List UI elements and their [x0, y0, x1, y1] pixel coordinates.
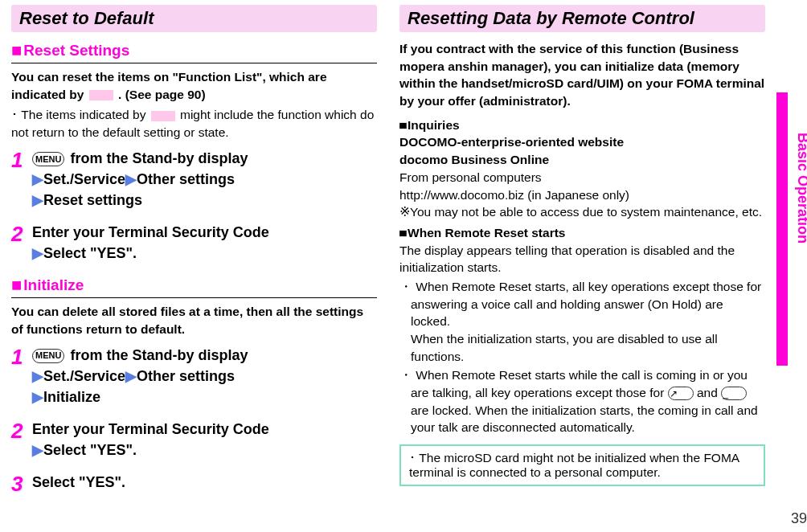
reset-intro: You can reset the items on "Function Lis…: [11, 68, 377, 103]
step-number: 1: [11, 345, 32, 407]
txt-a: Enter your Terminal Security Code: [32, 224, 269, 240]
bullet2-b: are locked. When the initialization star…: [411, 403, 758, 435]
highlight-box-icon: [151, 111, 175, 121]
step-number: 2: [11, 419, 32, 460]
txt-d: Reset settings: [43, 192, 142, 208]
bullet-mark: ・: [399, 280, 412, 293]
chevron-icon: ▶: [32, 442, 43, 458]
step-text: Enter your Terminal Security Code ▶Selec…: [32, 419, 377, 460]
square-marker-icon: ■: [11, 40, 22, 61]
call-key-icon: ↗: [668, 387, 694, 400]
left-column: Reset to Default ■ Reset Settings You ca…: [0, 0, 388, 532]
inquiries-title: DOCOMO-enterprise-oriented website: [399, 133, 765, 151]
end-key-icon: ⎯: [721, 387, 747, 400]
step-2: 2 Enter your Terminal Security Code ▶Sel…: [11, 222, 377, 264]
when-body: The display appears telling that operati…: [399, 242, 765, 276]
square-marker-icon: ■: [11, 275, 22, 296]
step-number: 1: [11, 148, 32, 211]
step-number: 2: [11, 222, 32, 264]
heading-text: Initialize: [23, 276, 84, 294]
inquiries-note: ※You may not be able to access due to sy…: [399, 203, 765, 221]
chevron-icon: ▶: [125, 171, 137, 187]
tab-indicator: [776, 92, 788, 366]
inquiries-sub: docomo Business Online: [399, 151, 765, 169]
section-bar-remote: Resetting Data by Remote Control: [399, 5, 765, 32]
bullet-mark: ・: [399, 368, 412, 382]
txt-b: Select "YES".: [43, 442, 137, 458]
square-marker-icon: ■: [399, 224, 408, 241]
txt-b: Select "YES".: [43, 245, 137, 261]
inquiries-from: From personal computers: [399, 169, 765, 186]
inquiries-url: http://www.docomo.biz (in Japanese only): [399, 186, 765, 204]
bullet1-b: When the initialization starts, you are …: [411, 330, 765, 365]
right-column: Resetting Data by Remote Control If you …: [388, 0, 776, 532]
bullet1-a: When Remote Reset starts, all key operat…: [411, 280, 761, 328]
chevron-icon: ▶: [125, 368, 137, 384]
bullet-2: ・ When Remote Reset starts while the cal…: [399, 366, 765, 436]
bullet-1: ・ When Remote Reset starts, all key oper…: [399, 278, 765, 365]
initialize-intro: You can delete all stored files at a tim…: [11, 303, 377, 338]
menu-key-icon: MENU: [32, 152, 64, 166]
chevron-icon: ▶: [32, 192, 43, 208]
step-text: MENU from the Stand-by display ▶Set./Ser…: [32, 345, 377, 407]
chevron-icon: ▶: [32, 171, 43, 187]
txt-a: from the Stand-by display: [66, 150, 248, 166]
txt-a: from the Stand-by display: [66, 347, 248, 363]
note-a: The items indicated by: [21, 108, 149, 121]
bullet2-and: and: [697, 386, 721, 399]
menu-key-icon: MENU: [32, 349, 64, 363]
section-title: Resetting Data by Remote Control: [408, 8, 694, 28]
txt-c: Other settings: [137, 171, 235, 187]
step-number: 3: [11, 472, 32, 497]
intro-b: . (See page 90): [118, 88, 206, 101]
highlight-box-icon: [89, 90, 113, 100]
step-text: Select "YES".: [32, 472, 377, 497]
reset-steps: 1 MENU from the Stand-by display ▶Set./S…: [11, 148, 377, 264]
reset-settings-block: ■ Reset Settings You can reset the items…: [11, 40, 377, 264]
notebox-text: The microSD card might not be initialize…: [409, 451, 739, 479]
note-text: You may not be able to access due to sys…: [410, 203, 762, 221]
initialize-heading: ■ Initialize: [11, 275, 377, 298]
inquiries-label: Inquiries: [408, 118, 460, 132]
step-2: 2 Enter your Terminal Security Code ▶Sel…: [11, 419, 377, 460]
txt-a: Enter your Terminal Security Code: [32, 421, 269, 437]
step-1: 1 MENU from the Stand-by display ▶Set./S…: [11, 148, 377, 211]
txt-b: Set./Service: [43, 368, 125, 384]
txt-b: Set./Service: [43, 171, 125, 187]
page-number: 39: [791, 510, 807, 527]
bullet: ･: [11, 108, 18, 121]
side-tab-area: Basic Operation 39: [776, 0, 807, 532]
section-title: Reset to Default: [19, 8, 154, 28]
chevron-icon: ▶: [32, 245, 43, 261]
txt-d: Initialize: [43, 389, 100, 405]
bullet: ･: [409, 451, 416, 464]
initialize-block: ■ Initialize You can delete all stored f…: [11, 275, 377, 497]
section-bar-reset-default: Reset to Default: [11, 5, 377, 32]
tab-label: Basic Operation: [794, 133, 807, 243]
remote-intro: If you contract with the service of this…: [399, 40, 765, 110]
step-text: MENU from the Stand-by display ▶Set./Ser…: [32, 148, 377, 211]
note-mark: ※: [399, 205, 410, 219]
initialize-steps: 1 MENU from the Stand-by display ▶Set./S…: [11, 345, 377, 497]
reset-note: ･ The items indicated by might include t…: [11, 106, 377, 141]
chevron-icon: ▶: [32, 368, 43, 384]
reset-settings-heading: ■ Reset Settings: [11, 40, 377, 63]
txt-a: Select "YES".: [32, 474, 125, 490]
chevron-icon: ▶: [32, 389, 43, 405]
inquiries-heading: ■Inquiries: [399, 117, 765, 134]
step-3: 3 Select "YES".: [11, 472, 377, 497]
step-text: Enter your Terminal Security Code ▶Selec…: [32, 222, 377, 264]
txt-c: Other settings: [137, 368, 235, 384]
heading-text: Reset Settings: [23, 42, 129, 59]
note-box: ･ The microSD card might not be initiali…: [399, 444, 765, 486]
step-1: 1 MENU from the Stand-by display ▶Set./S…: [11, 345, 377, 407]
square-marker-icon: ■: [399, 117, 408, 133]
when-heading: ■When Remote Reset starts: [399, 224, 765, 242]
when-label: When Remote Reset starts: [408, 226, 565, 239]
